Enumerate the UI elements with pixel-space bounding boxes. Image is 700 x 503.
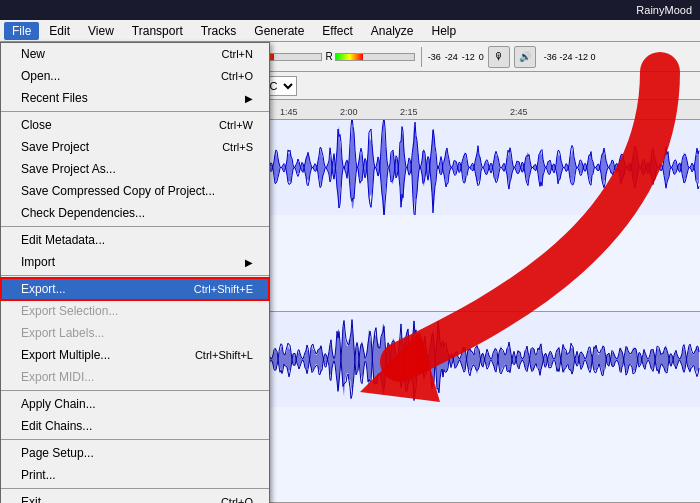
menu-recent-label: Recent Files: [21, 91, 88, 105]
menu-export-selection: Export Selection...: [1, 300, 269, 322]
menu-exit-label: Exit: [21, 495, 41, 503]
menu-print-label: Print...: [21, 468, 56, 482]
app-title: RainyMood: [636, 4, 692, 16]
menu-open-shortcut: Ctrl+O: [221, 70, 253, 82]
menu-new[interactable]: New Ctrl+N: [1, 43, 269, 65]
menu-export-labels: Export Labels...: [1, 322, 269, 344]
menu-edit-chains-label: Edit Chains...: [21, 419, 92, 433]
menu-page-setup[interactable]: Page Setup...: [1, 442, 269, 464]
menu-save-project-as[interactable]: Save Project As...: [1, 158, 269, 180]
menu-import-arrow: ▶: [245, 257, 253, 268]
menu-transport[interactable]: Transport: [124, 22, 191, 40]
menu-apply-chain[interactable]: Apply Chain...: [1, 393, 269, 415]
output-levels: -36 -24 -12 0: [544, 52, 596, 62]
sep-5: [1, 439, 269, 440]
menu-exit-shortcut: Ctrl+Q: [221, 496, 253, 503]
menu-open[interactable]: Open... Ctrl+O: [1, 65, 269, 87]
db-label-neg36-1: -36: [428, 52, 441, 62]
menu-help[interactable]: Help: [424, 22, 465, 40]
menu-check-deps[interactable]: Check Dependencies...: [1, 202, 269, 224]
db-label-0-1: 0: [479, 52, 484, 62]
menu-export-multiple[interactable]: Export Multiple... Ctrl+Shift+L: [1, 344, 269, 366]
menu-close-shortcut: Ctrl+W: [219, 119, 253, 131]
menu-close[interactable]: Close Ctrl+W: [1, 114, 269, 136]
menu-export-shortcut: Ctrl+Shift+E: [194, 283, 253, 295]
menu-edit[interactable]: Edit: [41, 22, 78, 40]
menu-bar: File Edit View Transport Tracks Generate…: [0, 20, 700, 42]
tool-speaker[interactable]: 🔊: [514, 46, 536, 68]
menu-import-label: Import: [21, 255, 55, 269]
menu-generate[interactable]: Generate: [246, 22, 312, 40]
menu-edit-chains[interactable]: Edit Chains...: [1, 415, 269, 437]
menu-view[interactable]: View: [80, 22, 122, 40]
menu-save-project-shortcut: Ctrl+S: [222, 141, 253, 153]
menu-edit-metadata-label: Edit Metadata...: [21, 233, 105, 247]
sep-4: [1, 390, 269, 391]
menu-save-compressed-label: Save Compressed Copy of Project...: [21, 184, 215, 198]
menu-edit-metadata[interactable]: Edit Metadata...: [1, 229, 269, 251]
sep-1: [1, 111, 269, 112]
tool-mic[interactable]: 🎙: [488, 46, 510, 68]
menu-open-label: Open...: [21, 69, 60, 83]
menu-close-label: Close: [21, 118, 52, 132]
level-meter-right: R: [326, 51, 415, 62]
time-mark-245: 2:45: [510, 107, 528, 117]
menu-import[interactable]: Import ▶: [1, 251, 269, 273]
menu-save-as-label: Save Project As...: [21, 162, 116, 176]
menu-export-multiple-label: Export Multiple...: [21, 348, 110, 362]
menu-effect[interactable]: Effect: [314, 22, 360, 40]
level-bar-right: [335, 53, 415, 61]
menu-save-project-label: Save Project: [21, 140, 89, 154]
menu-page-setup-label: Page Setup...: [21, 446, 94, 460]
menu-file[interactable]: File: [4, 22, 39, 40]
menu-export-selection-label: Export Selection...: [21, 304, 118, 318]
title-bar: RainyMood: [0, 0, 700, 20]
menu-export-labels-label: Export Labels...: [21, 326, 104, 340]
menu-save-compressed[interactable]: Save Compressed Copy of Project...: [1, 180, 269, 202]
file-dropdown-menu: New Ctrl+N Open... Ctrl+O Recent Files ▶…: [0, 42, 270, 503]
db-label-neg24-1: -24: [445, 52, 458, 62]
time-mark-215: 2:15: [400, 107, 418, 117]
time-mark-145: 1:45: [280, 107, 298, 117]
menu-tracks[interactable]: Tracks: [193, 22, 245, 40]
db-label-neg12-1: -12: [462, 52, 475, 62]
sep-2: [1, 226, 269, 227]
menu-export-midi: Export MIDI...: [1, 366, 269, 388]
time-mark-200: 2:00: [340, 107, 358, 117]
menu-export-midi-label: Export MIDI...: [21, 370, 94, 384]
menu-check-deps-label: Check Dependencies...: [21, 206, 145, 220]
menu-new-label: New: [21, 47, 45, 61]
menu-recent-files[interactable]: Recent Files ▶: [1, 87, 269, 109]
menu-recent-arrow: ▶: [245, 93, 253, 104]
menu-new-shortcut: Ctrl+N: [222, 48, 253, 60]
menu-export[interactable]: Export... Ctrl+Shift+E: [1, 278, 269, 300]
menu-export-multiple-shortcut: Ctrl+Shift+L: [195, 349, 253, 361]
menu-apply-chain-label: Apply Chain...: [21, 397, 96, 411]
menu-exit[interactable]: Exit Ctrl+Q: [1, 491, 269, 503]
menu-export-label: Export...: [21, 282, 66, 296]
sep-3: [1, 275, 269, 276]
separator-3: [421, 47, 422, 67]
menu-analyze[interactable]: Analyze: [363, 22, 422, 40]
menu-print[interactable]: Print...: [1, 464, 269, 486]
sep-6: [1, 488, 269, 489]
menu-save-project[interactable]: Save Project Ctrl+S: [1, 136, 269, 158]
